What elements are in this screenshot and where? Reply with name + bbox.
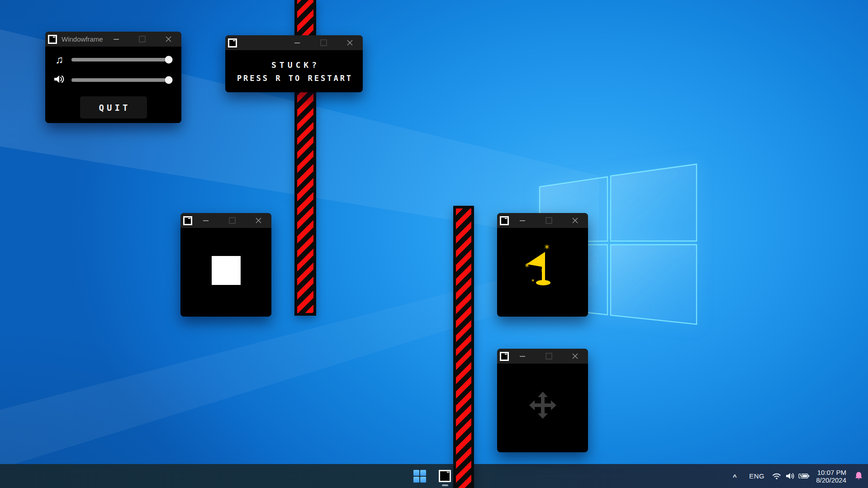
player-sprite: [212, 256, 241, 285]
windows-logo-icon: [420, 470, 426, 476]
music-note-icon: ♫: [52, 53, 66, 66]
speaker-icon: [52, 74, 66, 86]
maximize-button[interactable]: [536, 349, 562, 364]
titlebar-move-demo[interactable]: [497, 349, 588, 364]
quit-button[interactable]: QUIT: [80, 96, 147, 118]
hint-line-1: STUCK?: [268, 60, 320, 70]
close-icon: [347, 40, 353, 46]
tray-overflow-chevron[interactable]: ^: [726, 465, 744, 488]
close-button[interactable]: [156, 32, 181, 47]
music-slider-knob[interactable]: [165, 56, 173, 64]
close-icon: [256, 218, 261, 223]
notification-bell-icon[interactable]: [849, 464, 868, 488]
sparkle-icon: *: [545, 243, 550, 254]
maximize-button[interactable]: [310, 35, 337, 50]
sound-slider-knob[interactable]: [165, 76, 173, 84]
close-button[interactable]: [337, 35, 363, 50]
desktop: Windowframe ♫: [0, 0, 868, 488]
minimize-button[interactable]: [284, 35, 310, 50]
window-move-demo: [497, 349, 588, 452]
window-icon: [500, 352, 509, 361]
minimize-button[interactable]: [103, 32, 129, 47]
hint-line-2: PRESS R TO RESTART: [235, 74, 353, 83]
volume-icon[interactable]: [783, 464, 797, 488]
clock-date: 8/20/2024: [816, 476, 846, 484]
sound-volume-slider[interactable]: [71, 78, 171, 82]
taskbar-app-windowframe[interactable]: [439, 470, 451, 482]
close-button[interactable]: [562, 213, 588, 228]
clock-time: 10:07 PM: [816, 469, 846, 476]
maximize-button[interactable]: [219, 213, 245, 228]
close-button[interactable]: [562, 349, 588, 364]
window-hint: STUCK? PRESS R TO RESTART: [225, 35, 363, 92]
window-goal: * * * *: [497, 213, 588, 317]
clock[interactable]: 10:07 PM 8/20/2024: [816, 469, 846, 484]
maximize-button[interactable]: [536, 213, 562, 228]
close-button[interactable]: [245, 213, 271, 228]
minimize-button[interactable]: [509, 349, 536, 364]
window-icon: [500, 216, 509, 225]
titlebar-hint[interactable]: [225, 35, 363, 50]
sparkle-icon: *: [525, 261, 529, 271]
close-icon: [572, 353, 578, 359]
sparkle-icon: *: [541, 268, 545, 276]
titlebar-player[interactable]: [180, 213, 271, 228]
wifi-icon[interactable]: [770, 464, 783, 488]
window-player: [180, 213, 271, 317]
taskbar: ^ ENG: [0, 464, 868, 488]
language-indicator[interactable]: ENG: [744, 464, 770, 488]
running-indicator: [442, 484, 448, 486]
window-settings: Windowframe ♫: [45, 32, 181, 123]
move-arrows-icon: [528, 391, 557, 420]
window-icon: [183, 216, 192, 225]
close-icon: [166, 36, 171, 42]
music-volume-slider[interactable]: [71, 58, 171, 62]
hazard-stripe-bar: [453, 206, 474, 488]
windowframe-app-icon: [439, 470, 451, 482]
windows-logo-icon: [420, 477, 426, 483]
battery-icon[interactable]: [797, 464, 811, 488]
windows-logo-icon: [413, 470, 419, 476]
window-icon: [48, 35, 57, 44]
maximize-button[interactable]: [129, 32, 156, 47]
titlebar-goal[interactable]: [497, 213, 588, 228]
start-button[interactable]: [413, 470, 426, 483]
windows-logo-icon: [413, 477, 419, 483]
minimize-button[interactable]: [193, 213, 219, 228]
titlebar-settings[interactable]: Windowframe: [45, 32, 181, 47]
close-icon: [572, 218, 578, 223]
sparkle-icon: *: [531, 278, 534, 284]
minimize-button[interactable]: [509, 213, 536, 228]
window-title: Windowframe: [62, 35, 103, 43]
window-icon: [228, 38, 237, 47]
